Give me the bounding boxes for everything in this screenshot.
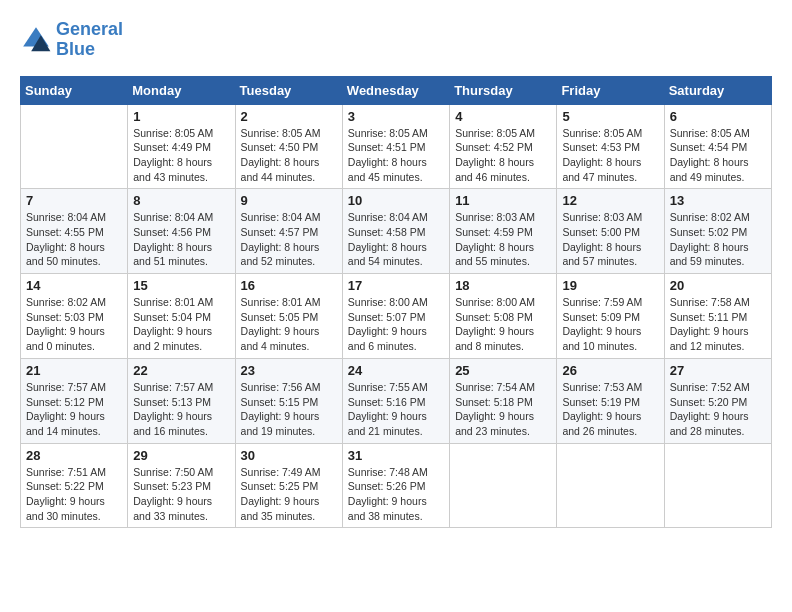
day-number: 1	[133, 109, 229, 124]
calendar-week-3: 14Sunrise: 8:02 AMSunset: 5:03 PMDayligh…	[21, 274, 772, 359]
calendar-week-4: 21Sunrise: 7:57 AMSunset: 5:12 PMDayligh…	[21, 358, 772, 443]
day-info: Sunrise: 8:03 AMSunset: 4:59 PMDaylight:…	[455, 210, 551, 269]
calendar-cell	[450, 443, 557, 528]
day-number: 20	[670, 278, 766, 293]
weekday-row: SundayMondayTuesdayWednesdayThursdayFrid…	[21, 76, 772, 104]
day-number: 9	[241, 193, 337, 208]
calendar-cell: 14Sunrise: 8:02 AMSunset: 5:03 PMDayligh…	[21, 274, 128, 359]
day-info: Sunrise: 7:56 AMSunset: 5:15 PMDaylight:…	[241, 380, 337, 439]
calendar-cell: 30Sunrise: 7:49 AMSunset: 5:25 PMDayligh…	[235, 443, 342, 528]
day-number: 28	[26, 448, 122, 463]
day-info: Sunrise: 7:58 AMSunset: 5:11 PMDaylight:…	[670, 295, 766, 354]
calendar-cell: 10Sunrise: 8:04 AMSunset: 4:58 PMDayligh…	[342, 189, 449, 274]
page-header: General Blue	[20, 20, 772, 60]
day-info: Sunrise: 8:00 AMSunset: 5:08 PMDaylight:…	[455, 295, 551, 354]
calendar-cell	[21, 104, 128, 189]
calendar-week-2: 7Sunrise: 8:04 AMSunset: 4:55 PMDaylight…	[21, 189, 772, 274]
day-info: Sunrise: 8:05 AMSunset: 4:52 PMDaylight:…	[455, 126, 551, 185]
day-info: Sunrise: 8:05 AMSunset: 4:49 PMDaylight:…	[133, 126, 229, 185]
day-info: Sunrise: 8:04 AMSunset: 4:55 PMDaylight:…	[26, 210, 122, 269]
calendar-cell: 31Sunrise: 7:48 AMSunset: 5:26 PMDayligh…	[342, 443, 449, 528]
calendar-cell: 22Sunrise: 7:57 AMSunset: 5:13 PMDayligh…	[128, 358, 235, 443]
day-info: Sunrise: 8:05 AMSunset: 4:51 PMDaylight:…	[348, 126, 444, 185]
calendar-week-1: 1Sunrise: 8:05 AMSunset: 4:49 PMDaylight…	[21, 104, 772, 189]
calendar-cell: 15Sunrise: 8:01 AMSunset: 5:04 PMDayligh…	[128, 274, 235, 359]
day-info: Sunrise: 7:54 AMSunset: 5:18 PMDaylight:…	[455, 380, 551, 439]
day-info: Sunrise: 8:01 AMSunset: 5:05 PMDaylight:…	[241, 295, 337, 354]
calendar-cell: 27Sunrise: 7:52 AMSunset: 5:20 PMDayligh…	[664, 358, 771, 443]
day-info: Sunrise: 8:05 AMSunset: 4:50 PMDaylight:…	[241, 126, 337, 185]
day-info: Sunrise: 8:04 AMSunset: 4:58 PMDaylight:…	[348, 210, 444, 269]
day-number: 29	[133, 448, 229, 463]
day-number: 2	[241, 109, 337, 124]
calendar-cell: 9Sunrise: 8:04 AMSunset: 4:57 PMDaylight…	[235, 189, 342, 274]
day-number: 4	[455, 109, 551, 124]
day-info: Sunrise: 7:50 AMSunset: 5:23 PMDaylight:…	[133, 465, 229, 524]
calendar-cell: 11Sunrise: 8:03 AMSunset: 4:59 PMDayligh…	[450, 189, 557, 274]
day-number: 21	[26, 363, 122, 378]
calendar-cell: 26Sunrise: 7:53 AMSunset: 5:19 PMDayligh…	[557, 358, 664, 443]
day-number: 23	[241, 363, 337, 378]
day-number: 18	[455, 278, 551, 293]
calendar-cell: 18Sunrise: 8:00 AMSunset: 5:08 PMDayligh…	[450, 274, 557, 359]
calendar-cell: 17Sunrise: 8:00 AMSunset: 5:07 PMDayligh…	[342, 274, 449, 359]
calendar-cell: 1Sunrise: 8:05 AMSunset: 4:49 PMDaylight…	[128, 104, 235, 189]
calendar-cell: 4Sunrise: 8:05 AMSunset: 4:52 PMDaylight…	[450, 104, 557, 189]
weekday-header-thursday: Thursday	[450, 76, 557, 104]
day-number: 6	[670, 109, 766, 124]
calendar-table: SundayMondayTuesdayWednesdayThursdayFrid…	[20, 76, 772, 529]
calendar-cell: 24Sunrise: 7:55 AMSunset: 5:16 PMDayligh…	[342, 358, 449, 443]
logo-icon	[20, 24, 52, 56]
day-number: 12	[562, 193, 658, 208]
calendar-cell: 20Sunrise: 7:58 AMSunset: 5:11 PMDayligh…	[664, 274, 771, 359]
day-info: Sunrise: 7:57 AMSunset: 5:13 PMDaylight:…	[133, 380, 229, 439]
day-number: 8	[133, 193, 229, 208]
calendar-cell: 6Sunrise: 8:05 AMSunset: 4:54 PMDaylight…	[664, 104, 771, 189]
weekday-header-tuesday: Tuesday	[235, 76, 342, 104]
day-number: 11	[455, 193, 551, 208]
day-number: 30	[241, 448, 337, 463]
day-number: 10	[348, 193, 444, 208]
day-info: Sunrise: 7:59 AMSunset: 5:09 PMDaylight:…	[562, 295, 658, 354]
weekday-header-friday: Friday	[557, 76, 664, 104]
day-number: 7	[26, 193, 122, 208]
day-info: Sunrise: 7:53 AMSunset: 5:19 PMDaylight:…	[562, 380, 658, 439]
day-info: Sunrise: 7:57 AMSunset: 5:12 PMDaylight:…	[26, 380, 122, 439]
day-number: 22	[133, 363, 229, 378]
day-info: Sunrise: 7:52 AMSunset: 5:20 PMDaylight:…	[670, 380, 766, 439]
day-number: 25	[455, 363, 551, 378]
calendar-cell	[557, 443, 664, 528]
weekday-header-saturday: Saturday	[664, 76, 771, 104]
day-number: 24	[348, 363, 444, 378]
day-number: 15	[133, 278, 229, 293]
day-info: Sunrise: 8:03 AMSunset: 5:00 PMDaylight:…	[562, 210, 658, 269]
day-number: 27	[670, 363, 766, 378]
calendar-cell: 8Sunrise: 8:04 AMSunset: 4:56 PMDaylight…	[128, 189, 235, 274]
day-number: 17	[348, 278, 444, 293]
weekday-header-monday: Monday	[128, 76, 235, 104]
day-info: Sunrise: 7:55 AMSunset: 5:16 PMDaylight:…	[348, 380, 444, 439]
logo: General Blue	[20, 20, 123, 60]
day-info: Sunrise: 8:00 AMSunset: 5:07 PMDaylight:…	[348, 295, 444, 354]
day-number: 3	[348, 109, 444, 124]
calendar-cell	[664, 443, 771, 528]
calendar-cell: 25Sunrise: 7:54 AMSunset: 5:18 PMDayligh…	[450, 358, 557, 443]
calendar-cell: 5Sunrise: 8:05 AMSunset: 4:53 PMDaylight…	[557, 104, 664, 189]
calendar-cell: 13Sunrise: 8:02 AMSunset: 5:02 PMDayligh…	[664, 189, 771, 274]
day-number: 19	[562, 278, 658, 293]
day-info: Sunrise: 8:01 AMSunset: 5:04 PMDaylight:…	[133, 295, 229, 354]
calendar-cell: 19Sunrise: 7:59 AMSunset: 5:09 PMDayligh…	[557, 274, 664, 359]
calendar-header: SundayMondayTuesdayWednesdayThursdayFrid…	[21, 76, 772, 104]
calendar-cell: 7Sunrise: 8:04 AMSunset: 4:55 PMDaylight…	[21, 189, 128, 274]
day-number: 16	[241, 278, 337, 293]
calendar-cell: 28Sunrise: 7:51 AMSunset: 5:22 PMDayligh…	[21, 443, 128, 528]
day-number: 26	[562, 363, 658, 378]
calendar-cell: 29Sunrise: 7:50 AMSunset: 5:23 PMDayligh…	[128, 443, 235, 528]
day-info: Sunrise: 7:49 AMSunset: 5:25 PMDaylight:…	[241, 465, 337, 524]
day-info: Sunrise: 8:04 AMSunset: 4:56 PMDaylight:…	[133, 210, 229, 269]
calendar-cell: 21Sunrise: 7:57 AMSunset: 5:12 PMDayligh…	[21, 358, 128, 443]
weekday-header-sunday: Sunday	[21, 76, 128, 104]
calendar-cell: 2Sunrise: 8:05 AMSunset: 4:50 PMDaylight…	[235, 104, 342, 189]
day-number: 31	[348, 448, 444, 463]
weekday-header-wednesday: Wednesday	[342, 76, 449, 104]
